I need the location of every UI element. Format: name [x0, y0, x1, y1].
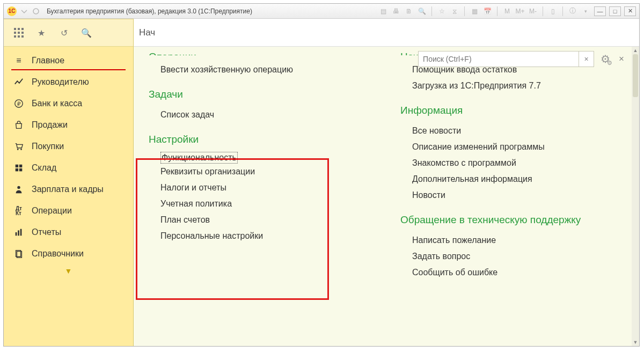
favorites-icon[interactable]: ★ [36, 27, 47, 38]
trend-icon [13, 77, 24, 87]
search-icon[interactable]: 🔍 [81, 27, 92, 38]
svg-rect-21 [20, 229, 22, 236]
link-feedback[interactable]: Написать пожелание [400, 232, 631, 248]
menu-icon: ≡ [13, 55, 24, 66]
maximize-button[interactable]: □ [609, 6, 621, 16]
dropdown-icon[interactable] [20, 7, 28, 16]
sidebar-item-operations[interactable]: ДтКт Операции [4, 200, 133, 222]
link-all-news[interactable]: Все новости [400, 123, 631, 139]
sidebar-item-label: Справочники [32, 249, 84, 259]
search-clear-button[interactable]: × [579, 51, 594, 67]
scroll-up-icon[interactable]: ▲ [632, 47, 639, 54]
circle-icon[interactable] [32, 7, 40, 16]
scroll-thumb[interactable] [633, 54, 638, 97]
section-info-title: Информация [400, 105, 631, 116]
link-chart-accounts[interactable]: План счетов [149, 212, 379, 228]
minimize-button[interactable]: — [594, 6, 606, 16]
svg-point-0 [33, 9, 39, 14]
main-area: Нач × ⚙ × Операции Ввести хозяйственную … [134, 19, 639, 346]
link-tutorial[interactable]: Знакомство с программой [400, 155, 631, 171]
panel-icon[interactable]: ▯ [547, 6, 558, 17]
link-acct-policy[interactable]: Учетная политика [149, 196, 379, 212]
link-task-list[interactable]: Список задач [149, 107, 379, 123]
sidebar-item-warehouse[interactable]: Склад [4, 157, 133, 179]
link-news[interactable]: Новости [400, 187, 631, 203]
svg-rect-3 [21, 28, 24, 30]
sub-header: Нач [134, 19, 639, 47]
sidebar-item-bank[interactable]: ₽ Банк и касса [4, 93, 133, 114]
close-button[interactable]: ✕ [624, 6, 636, 16]
sidebar: ★ ↺ 🔍 ≡ Главное Руководителю ₽ Банк и ка… [4, 19, 134, 346]
sidebar-item-label: Отчеты [32, 227, 61, 237]
link-ask[interactable]: Задать вопрос [400, 248, 631, 264]
sidebar-item-label: Операции [32, 206, 72, 216]
link-import-77[interactable]: Загрузка из 1С:Предприятия 7.7 [400, 78, 631, 94]
apps-icon[interactable] [13, 27, 24, 38]
gear-icon[interactable]: ⚙ [601, 53, 610, 65]
sidebar-item-purchases[interactable]: Покупки [4, 136, 133, 157]
link-operation-enter[interactable]: Ввести хозяйственную операцию [149, 62, 379, 78]
link-changes[interactable]: Описание изменений программы [400, 139, 631, 155]
m-minus-button[interactable]: M- [528, 6, 538, 17]
sidebar-item-manager[interactable]: Руководителю [4, 71, 133, 93]
link-taxes[interactable]: Налоги и отчеты [149, 180, 379, 196]
clock-icon[interactable]: ⧖ [449, 6, 460, 17]
link-functionality[interactable]: Функциональность [160, 152, 238, 164]
svg-rect-9 [21, 35, 24, 38]
dtkt-icon: ДтКт [13, 205, 24, 216]
svg-point-12 [17, 149, 19, 150]
preview-icon[interactable]: ▤ [378, 6, 389, 17]
svg-rect-7 [14, 35, 16, 38]
sidebar-nav: ≡ Главное Руководителю ₽ Банк и касса Пр… [4, 47, 133, 346]
svg-rect-14 [16, 165, 18, 167]
svg-rect-15 [19, 165, 22, 167]
bag-icon [13, 120, 24, 130]
sidebar-item-references[interactable]: Справочники [4, 243, 133, 264]
calc-icon[interactable]: ▦ [469, 6, 480, 17]
sidebar-item-label: Продажи [32, 120, 68, 130]
zoom-icon[interactable]: 🔍 [416, 6, 427, 17]
search-input[interactable] [418, 51, 579, 67]
content-toolbar: × ⚙ × [418, 51, 626, 67]
scroll-down-icon[interactable]: ▼ [632, 339, 639, 346]
link-more-info[interactable]: Дополнительная информация [400, 171, 631, 187]
sidebar-item-label: Зарплата и кадры [32, 185, 104, 194]
sidebar-item-sales[interactable]: Продажи [4, 114, 133, 136]
sidebar-item-hr[interactable]: Зарплата и кадры [4, 179, 133, 200]
svg-rect-1 [14, 28, 16, 30]
content-panel: × ⚙ × Операции Ввести хозяйственную опер… [134, 47, 639, 346]
link-org-details[interactable]: Реквизиты организации [149, 164, 379, 180]
m-plus-button[interactable]: M+ [515, 6, 525, 17]
info-dropdown-icon[interactable]: ▾ [580, 6, 591, 17]
person-icon [13, 184, 24, 195]
m-button[interactable]: M [502, 6, 513, 17]
star-icon[interactable]: ☆ [436, 6, 447, 17]
sidebar-item-main[interactable]: ≡ Главное [4, 50, 133, 71]
sidebar-scroll-down[interactable]: ▼ [4, 264, 133, 277]
section-support-title: Обращение в техническую поддержку [400, 214, 631, 226]
svg-rect-16 [16, 168, 18, 171]
right-column: Начало работы Помощник ввода остатков За… [400, 51, 631, 337]
link-bug[interactable]: Сообщить об ошибке [400, 264, 631, 281]
app-logo: 1С [7, 6, 17, 16]
close-panel-button[interactable]: × [617, 54, 626, 64]
section-settings-title: Настройки [149, 134, 379, 145]
history-icon[interactable]: ↺ [58, 27, 69, 38]
window-title: Бухгалтерия предприятия (базовая), редак… [47, 8, 252, 15]
svg-rect-17 [19, 168, 22, 171]
sidebar-item-reports[interactable]: Отчеты [4, 222, 133, 243]
sidebar-item-label: Главное [32, 56, 64, 65]
titlebar-right: ▤ 🖶 🗎 🔍 ☆ ⧖ ▦ 📅 M M+ M- ▯ ⓘ ▾ — □ ✕ [378, 6, 636, 17]
ruble-icon: ₽ [13, 98, 24, 109]
info-icon[interactable]: ⓘ [567, 6, 578, 17]
link-personal-settings[interactable]: Персональные настройки [149, 228, 379, 244]
section-operations-title: Операции [149, 51, 379, 55]
sidebar-item-label: Руководителю [32, 77, 89, 87]
section-tasks-title: Задачи [149, 89, 379, 100]
sidebar-tools: ★ ↺ 🔍 [4, 19, 133, 47]
calendar-icon[interactable]: 📅 [482, 6, 493, 17]
print-icon[interactable]: 🖶 [391, 6, 401, 17]
doc-icon[interactable]: 🗎 [404, 6, 414, 17]
svg-text:₽: ₽ [17, 101, 21, 107]
scrollbar[interactable]: ▲ ▼ [632, 47, 639, 346]
